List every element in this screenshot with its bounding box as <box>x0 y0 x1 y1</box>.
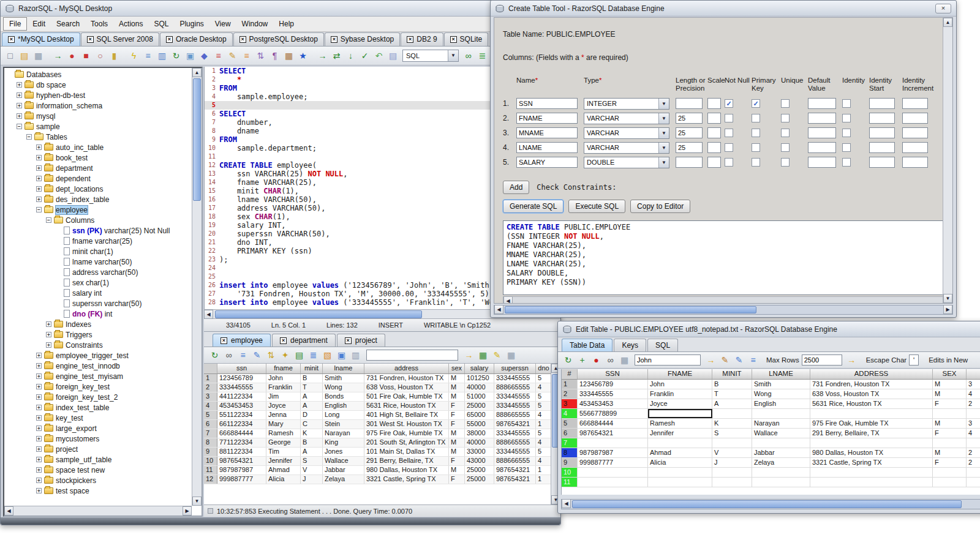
tree-item-sex-char-1-[interactable]: sex char(1) <box>4 277 192 288</box>
primary-key-checkbox[interactable] <box>752 158 760 167</box>
chevron-down-icon[interactable]: ▼ <box>658 143 669 153</box>
tree-item-foreign_key_test[interactable]: +foreign_key_test <box>4 381 192 392</box>
table-row[interactable]: 10987654321JenniferSWallace291 Berry, Be… <box>204 457 560 466</box>
column-header-MINIT[interactable]: MINIT <box>712 369 752 379</box>
highlight-brush-icon[interactable]: ✎ <box>718 354 731 367</box>
edit-tab-keys[interactable]: Keys <box>614 339 646 351</box>
tree-item-sample_utf_table[interactable]: +sample_utf_table <box>4 454 192 465</box>
connection-tab-oracle-desktop[interactable]: ×Oracle Desktop <box>160 32 233 46</box>
column-header-address[interactable]: address <box>364 364 449 373</box>
edit-scroll-thumb[interactable] <box>572 500 962 508</box>
scroll-left-icon[interactable]: ◀ <box>204 310 213 319</box>
tree-item-minit-char-1-[interactable]: minit char(1) <box>4 246 192 257</box>
menu-help[interactable]: Help <box>273 18 300 30</box>
expand-icon[interactable]: + <box>46 321 51 327</box>
table-row[interactable]: 5551122334JennaDLong401 High St, Bellair… <box>204 411 560 420</box>
connection-tab-postgresql-desktop[interactable]: ×PostgreSQL Desktop <box>233 32 324 46</box>
identity-increment-input[interactable] <box>902 127 928 138</box>
table-row[interactable]: 10 <box>562 468 980 478</box>
tree-item-superssn-varchar-50-[interactable]: superssn varchar(50) <box>4 298 192 309</box>
unique-checkbox[interactable] <box>781 99 790 108</box>
expand-icon[interactable]: + <box>36 165 42 171</box>
expand-icon[interactable]: + <box>46 342 51 348</box>
expand-icon[interactable]: + <box>17 103 22 108</box>
default-value-input[interactable] <box>808 142 836 153</box>
collapse-icon[interactable]: − <box>36 207 42 212</box>
tab-close-icon[interactable]: × <box>8 36 15 43</box>
unique-checkbox[interactable] <box>781 129 790 137</box>
column-name-input[interactable] <box>516 98 578 109</box>
table-row[interactable]: 7 <box>562 438 980 448</box>
table-row[interactable]: 2333445555FranklinTWong638 Voss, Houston… <box>204 383 560 392</box>
expand-icon[interactable]: + <box>36 457 42 462</box>
filter-data-icon[interactable]: ≡ <box>747 354 760 367</box>
table-row[interactable]: 1123456789JohnBSmith731 Fondren, Houston… <box>562 380 980 389</box>
length-input[interactable] <box>676 142 703 153</box>
tree-item-large_export[interactable]: +large_export <box>4 423 192 433</box>
save-edits-icon[interactable]: ▦ <box>618 354 631 367</box>
scroll-up-icon[interactable]: ▲ <box>943 18 952 27</box>
tree-item-dept_locations[interactable]: +dept_locations <box>4 184 192 194</box>
tree-item-engine_test_innodb[interactable]: +engine_test_innodb <box>4 361 192 371</box>
menu-search[interactable]: Search <box>51 18 85 30</box>
tree-item-employee_trigger_test[interactable]: +employee_trigger_test <box>4 350 192 361</box>
export-results-icon[interactable]: ▤ <box>293 349 306 362</box>
table-row[interactable]: 5666884444RameshKNarayan975 Fire Oak, Hu… <box>562 419 980 429</box>
new-file-icon[interactable]: □ <box>4 50 17 62</box>
not-null-checkbox[interactable] <box>725 143 733 152</box>
scale-input[interactable] <box>707 113 721 124</box>
identity-increment-input[interactable] <box>902 98 928 109</box>
edit-table-data-icon[interactable]: ✎ <box>226 50 239 62</box>
column-type-select[interactable]: VARCHAR▼ <box>584 113 669 124</box>
column-header-fname[interactable]: fname <box>266 364 301 373</box>
identity-checkbox[interactable] <box>842 158 851 167</box>
tree-item-index_test_table[interactable]: +index_test_table <box>4 402 192 413</box>
identity-start-input[interactable] <box>869 157 895 168</box>
table-row[interactable]: 9999887777AliciaJZelaya3321 Castle, Spri… <box>562 458 980 468</box>
execute-sql-button[interactable]: Execute SQL <box>568 200 625 213</box>
menu-file[interactable]: File <box>3 17 27 31</box>
column-name-input[interactable] <box>516 113 578 124</box>
edit-cell-icon[interactable]: ✎ <box>733 354 745 367</box>
expand-icon[interactable]: + <box>36 384 42 389</box>
expand-icon[interactable]: + <box>17 92 22 98</box>
tree-item-book_test[interactable]: +book_test <box>4 152 192 163</box>
run-all-icon[interactable]: ⇄ <box>330 50 343 62</box>
menu-view[interactable]: View <box>209 18 236 30</box>
tab-close-icon[interactable]: × <box>331 36 337 43</box>
primary-key-checkbox[interactable] <box>752 114 760 122</box>
column-type-select[interactable]: DOUBLE▼ <box>584 157 669 168</box>
expand-icon[interactable]: + <box>36 186 42 192</box>
column-header-lname[interactable]: lname <box>323 364 364 373</box>
collapse-icon[interactable]: − <box>26 134 32 140</box>
tab-close-icon[interactable]: × <box>407 36 413 43</box>
focused-cell[interactable] <box>648 409 712 418</box>
apply-max-rows-icon[interactable]: → <box>845 354 858 367</box>
table-row[interactable]: 4453453453JoyceAEnglish5631 Rice, Housto… <box>204 402 560 411</box>
scroll-up-icon[interactable]: ▲ <box>192 68 202 77</box>
scroll-down-icon[interactable]: ▼ <box>943 294 952 303</box>
tree-item-auto_inc_table[interactable]: +auto_inc_table <box>4 142 192 152</box>
copy-to-editor-button[interactable]: Copy to Editor <box>630 200 690 213</box>
table-row[interactable]: 9881122334TimAJones101 Main St, Dallas T… <box>204 448 560 457</box>
menu-tools[interactable]: Tools <box>85 18 113 30</box>
column-header-LNAME[interactable]: LNAME <box>752 369 810 379</box>
main-titlebar[interactable]: RazorSQL - MySQL Desktop <box>1 1 560 17</box>
menu-window[interactable]: Window <box>236 18 274 30</box>
expand-icon[interactable]: + <box>36 436 42 441</box>
default-value-input[interactable] <box>808 157 836 168</box>
results-stack-icon[interactable]: ≡ <box>212 50 225 62</box>
sort-tool-icon[interactable]: ⇅ <box>254 50 267 62</box>
tree-item-indexes[interactable]: +Indexes <box>4 319 192 329</box>
chevron-down-icon[interactable]: ▼ <box>448 50 458 61</box>
tree-item-engine_test_myisam[interactable]: +engine_test_myisam <box>4 371 192 381</box>
table-row[interactable]: 6987654321JenniferSWallace291 Berry, Bel… <box>562 429 980 438</box>
length-input[interactable] <box>676 98 703 109</box>
dialog-horizontal-scrollbar[interactable]: ◀ ▶ <box>494 305 953 315</box>
bookmark-icon[interactable]: ▦ <box>282 50 295 62</box>
unique-checkbox[interactable] <box>781 158 790 167</box>
menu-edit[interactable]: Edit <box>27 18 51 30</box>
edit-horizontal-scrollbar[interactable]: ◀ <box>561 499 980 509</box>
menu-actions[interactable]: Actions <box>113 18 148 30</box>
tree-item-des_index_table[interactable]: +des_index_table <box>4 194 192 204</box>
